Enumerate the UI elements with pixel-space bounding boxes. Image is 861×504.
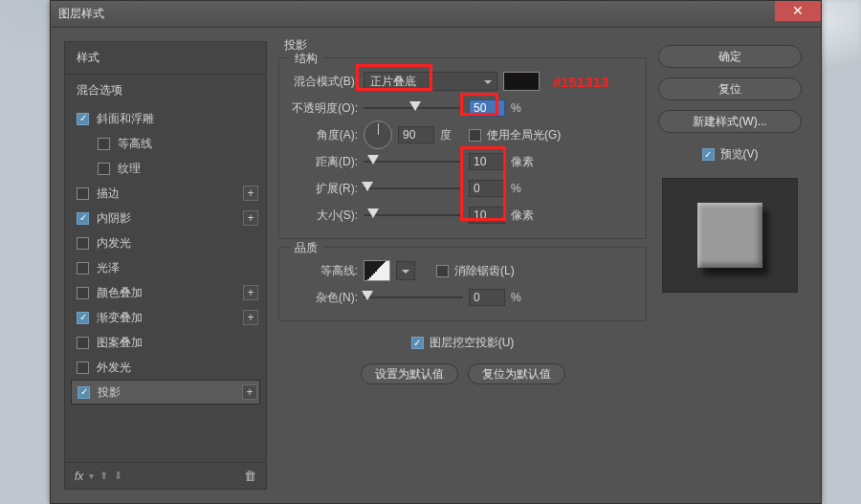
noise-input[interactable]: 0 xyxy=(469,289,505,306)
knockout-checkbox[interactable] xyxy=(411,337,424,349)
contour-label: 等高线: xyxy=(291,263,358,279)
global-light-label: 使用全局光(G) xyxy=(487,127,561,143)
style-checkbox[interactable] xyxy=(77,262,89,274)
style-label: 纹理 xyxy=(118,161,258,177)
style-checkbox[interactable] xyxy=(77,362,89,374)
style-item[interactable]: 内阴影+ xyxy=(65,206,266,230)
style-item[interactable]: 渐变叠加+ xyxy=(65,305,266,330)
add-effect-icon[interactable]: + xyxy=(243,210,258,226)
style-item[interactable]: 纹理 xyxy=(65,156,266,181)
noise-unit: % xyxy=(511,291,521,304)
style-checkbox[interactable] xyxy=(77,337,89,349)
noise-slider[interactable] xyxy=(364,288,463,307)
blend-mode-value: 正片叠底 xyxy=(370,74,416,90)
new-style-button[interactable]: 新建样式(W)... xyxy=(658,110,802,133)
move-down-icon[interactable]: ⬇ xyxy=(114,470,122,482)
panel-title: 投影 xyxy=(278,37,647,57)
style-item[interactable]: 图案叠加 xyxy=(65,330,266,355)
preview-swatch xyxy=(662,178,798,293)
styles-sidebar: 样式 混合选项 斜面和浮雕等高线纹理描边+内阴影+内发光光泽颜色叠加+渐变叠加+… xyxy=(51,28,267,503)
style-checkbox[interactable] xyxy=(77,212,89,225)
style-item[interactable]: 内发光 xyxy=(65,230,266,255)
size-label: 大小(S): xyxy=(291,208,358,224)
sidebar-footer: fx ▾ ⬆ ⬇ 🗑 xyxy=(65,462,266,489)
style-item[interactable]: 斜面和浮雕 xyxy=(65,106,266,131)
style-checkbox[interactable] xyxy=(98,163,110,175)
style-checkbox[interactable] xyxy=(77,187,89,200)
style-item[interactable]: 投影+ xyxy=(71,380,260,405)
angle-label: 角度(A): xyxy=(291,127,358,143)
trash-icon[interactable]: 🗑 xyxy=(244,469,256,483)
contour-picker[interactable] xyxy=(364,260,390,281)
blend-mode-label: 混合模式(B): xyxy=(291,74,358,90)
angle-dial[interactable] xyxy=(364,121,392,149)
distance-slider[interactable] xyxy=(364,152,463,171)
style-label: 颜色叠加 xyxy=(97,285,243,301)
titlebar[interactable]: 图层样式 ✕ xyxy=(51,1,821,28)
move-up-icon[interactable]: ⬆ xyxy=(99,470,108,482)
quality-group: 品质 等高线: 消除锯齿(L) 杂色(N): 0 % xyxy=(278,247,647,321)
angle-input[interactable]: 90 xyxy=(398,126,434,143)
structure-legend: 结构 xyxy=(289,51,323,67)
style-checkbox[interactable] xyxy=(77,237,89,250)
style-item[interactable]: 描边+ xyxy=(65,181,266,206)
style-checkbox[interactable] xyxy=(77,113,89,125)
global-light-checkbox[interactable] xyxy=(469,129,481,142)
style-checkbox[interactable] xyxy=(77,386,90,399)
style-label: 内阴影 xyxy=(97,210,243,227)
close-button[interactable]: ✕ xyxy=(775,1,821,21)
opacity-unit: % xyxy=(511,101,521,115)
annotation-hex: #151313 xyxy=(553,74,608,90)
size-slider[interactable] xyxy=(364,206,463,225)
quality-legend: 品质 xyxy=(289,240,323,256)
window-title: 图层样式 xyxy=(58,6,104,22)
reset-default-button[interactable]: 复位为默认值 xyxy=(468,363,565,384)
styles-header[interactable]: 样式 xyxy=(65,42,266,75)
opacity-label: 不透明度(O): xyxy=(291,100,358,117)
style-checkbox[interactable] xyxy=(98,138,110,150)
antialias-checkbox[interactable] xyxy=(436,265,449,277)
spread-input[interactable]: 0 xyxy=(469,180,505,197)
style-label: 图案叠加 xyxy=(97,335,258,351)
add-effect-icon[interactable]: + xyxy=(243,285,258,300)
ok-button[interactable]: 确定 xyxy=(658,45,802,68)
distance-input[interactable]: 10 xyxy=(469,153,505,170)
make-default-button[interactable]: 设置为默认值 xyxy=(361,363,458,384)
style-checkbox[interactable] xyxy=(77,312,89,324)
style-label: 等高线 xyxy=(118,136,258,152)
fx-icon[interactable]: fx xyxy=(75,470,83,483)
preview-label: 预览(V) xyxy=(720,146,759,163)
size-unit: 像素 xyxy=(511,208,534,224)
preview-checkbox[interactable] xyxy=(702,148,715,161)
opacity-slider[interactable] xyxy=(364,99,463,118)
blend-mode-dropdown[interactable]: 正片叠底 xyxy=(364,72,497,91)
style-label: 斜面和浮雕 xyxy=(97,111,258,127)
style-item[interactable]: 光泽 xyxy=(65,255,266,280)
style-label: 光泽 xyxy=(97,260,258,276)
antialias-label: 消除锯齿(L) xyxy=(454,263,515,279)
style-checkbox[interactable] xyxy=(77,287,89,299)
distance-unit: 像素 xyxy=(511,154,534,170)
add-effect-icon[interactable]: + xyxy=(242,384,257,400)
size-input[interactable]: 10 xyxy=(469,207,505,224)
color-swatch[interactable] xyxy=(503,72,540,91)
add-effect-icon[interactable]: + xyxy=(243,186,258,201)
style-item[interactable]: 等高线 xyxy=(65,131,266,156)
structure-group: 结构 混合模式(B): 正片叠底 #151313 不透明度(O): 50 % xyxy=(278,57,647,239)
angle-unit: 度 xyxy=(440,127,452,143)
knockout-label: 图层挖空投影(U) xyxy=(430,335,515,351)
style-item[interactable]: 颜色叠加+ xyxy=(65,280,266,305)
style-item[interactable]: 外发光 xyxy=(65,355,266,380)
blend-options-header[interactable]: 混合选项 xyxy=(65,75,266,106)
settings-panel: 投影 结构 混合模式(B): 正片叠底 #151313 不透明度(O): xyxy=(267,28,656,503)
distance-label: 距离(D): xyxy=(291,154,358,170)
layer-style-dialog: 图层样式 ✕ 样式 混合选项 斜面和浮雕等高线纹理描边+内阴影+内发光光泽颜色叠… xyxy=(50,0,822,504)
opacity-input[interactable]: 50 xyxy=(469,99,505,117)
style-label: 投影 xyxy=(98,384,242,401)
spread-slider[interactable] xyxy=(364,179,463,198)
style-label: 外发光 xyxy=(97,360,258,376)
contour-dropdown[interactable] xyxy=(396,261,415,280)
preview-object xyxy=(697,203,762,268)
cancel-button[interactable]: 复位 xyxy=(658,77,802,100)
add-effect-icon[interactable]: + xyxy=(243,310,258,325)
